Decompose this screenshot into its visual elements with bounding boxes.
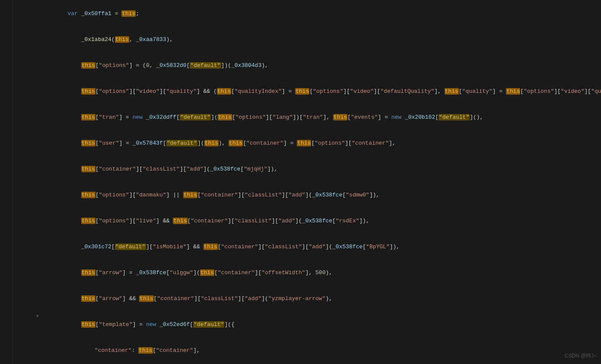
this-keyword: this: [121, 10, 136, 17]
default-keyword: "default": [193, 321, 224, 328]
default-keyword: "default": [439, 114, 470, 120]
code-line-14: "container": this["container"],: [13, 338, 601, 364]
code-line-13: ▼ this["template"] = new _0x52ed6f["defa…: [13, 312, 601, 338]
default-keyword: "default": [115, 244, 146, 250]
this-keyword: this: [115, 36, 129, 43]
this-keyword: this: [81, 140, 95, 146]
this-keyword: this: [445, 88, 459, 95]
code-line-12: this["arrow"] && this["container"]["clas…: [13, 286, 601, 312]
this-keyword: this: [295, 88, 309, 95]
this-keyword: this: [229, 140, 243, 146]
default-keyword: "default": [190, 62, 221, 69]
left-gutter: [0, 0, 13, 364]
this-keyword: this: [204, 244, 218, 250]
code-line-10: _0x301c72["default"]["isMobile"] && this…: [13, 234, 601, 260]
code-line-4: this["options"]["video"]["quality"] && (…: [13, 79, 601, 104]
code-area[interactable]: var _0x50ffa1 = this; _0x1aba24(this, _0…: [13, 0, 601, 364]
this-keyword: this: [81, 114, 95, 120]
this-keyword: this: [506, 88, 520, 95]
code-line-7: this["container"]["classList"]["add"](_0…: [13, 156, 601, 182]
code-line-1: var _0x50ffa1 = this;: [13, 1, 601, 27]
this-keyword: this: [297, 140, 311, 146]
this-keyword: this: [218, 114, 232, 120]
this-keyword: this: [81, 269, 95, 276]
this-keyword: this: [81, 295, 95, 302]
this-keyword: this: [333, 114, 347, 120]
this-keyword: this: [138, 347, 153, 354]
code-line-11: this["arrow"] = _0x538fce["ulggw"](this[…: [13, 260, 601, 286]
code-line-5: this["tran"] = new _0x32ddff["default"](…: [13, 104, 601, 130]
this-keyword: this: [217, 88, 231, 95]
this-keyword: this: [81, 321, 95, 328]
this-keyword: this: [200, 269, 214, 276]
code-line-2: _0x1aba24(this, _0xaa7833),: [13, 27, 601, 53]
default-keyword: "default": [166, 140, 197, 146]
this-keyword: this: [81, 88, 95, 95]
code-line-8: this["options"]["danmaku"] || this["cont…: [13, 182, 601, 208]
this-keyword: this: [81, 166, 95, 172]
default-keyword: "default": [180, 114, 211, 120]
this-keyword: this: [81, 192, 95, 198]
this-keyword: this: [81, 218, 95, 224]
this-keyword: this: [204, 140, 219, 146]
this-keyword: this: [81, 62, 95, 69]
this-keyword: this: [139, 295, 153, 302]
code-line-9: this["options"]["live"] && this["contain…: [13, 208, 601, 234]
this-keyword: this: [173, 218, 187, 224]
code-line-6: this["user"] = _0x57843f["default"](this…: [13, 130, 601, 156]
watermark: CSDN @阿J~: [564, 352, 597, 360]
editor-container: var _0x50ffa1 = this; _0x1aba24(this, _0…: [0, 0, 601, 364]
code-line-3: this["options"] = (0, _0x5832d0["default…: [13, 53, 601, 79]
this-keyword: this: [183, 192, 197, 198]
